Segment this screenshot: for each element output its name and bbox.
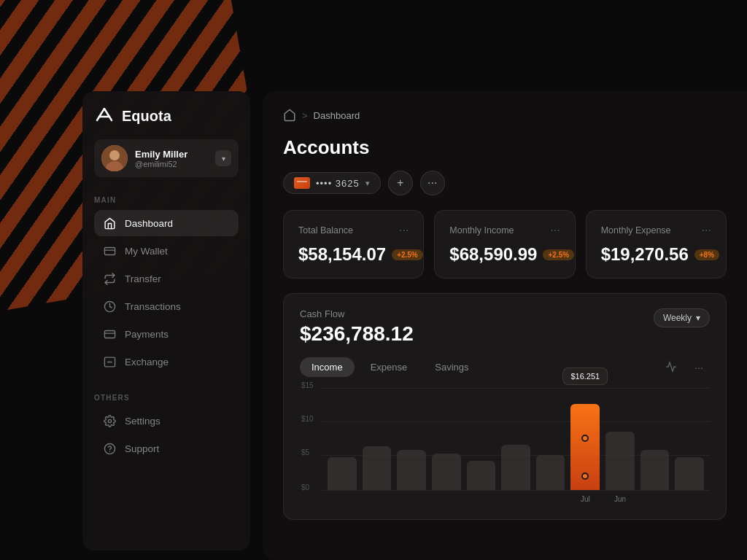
breadcrumb: > Dashboard bbox=[283, 109, 727, 122]
bar-2 bbox=[363, 446, 392, 490]
monthly-expense-badge: +8% bbox=[694, 249, 719, 260]
monthly-income-badge: +2.5% bbox=[543, 249, 574, 260]
sidebar-item-transfer-label: Transfer bbox=[125, 273, 161, 284]
tab-income[interactable]: Income bbox=[300, 357, 355, 377]
account-chevron-icon: ▾ bbox=[365, 179, 370, 188]
add-account-button[interactable]: + bbox=[388, 171, 413, 195]
sidebar-item-exchange-label: Exchange bbox=[125, 357, 169, 368]
account-pill[interactable]: •••• 3625 ▾ bbox=[283, 172, 381, 194]
svg-rect-4 bbox=[104, 247, 115, 254]
payments-icon bbox=[103, 327, 116, 341]
tab-savings[interactable]: Savings bbox=[423, 357, 480, 377]
bar-11 bbox=[675, 457, 704, 490]
transactions-icon bbox=[103, 300, 116, 313]
monthly-expense-header: Monthly Expense ··· bbox=[601, 224, 711, 237]
wallet-icon bbox=[103, 244, 116, 257]
bar-jul-label: Jul bbox=[581, 495, 590, 503]
sidebar: Equota Emily Miller @emilimi52 ▾ MAIN bbox=[82, 91, 250, 551]
sidebar-item-payments-label: Payments bbox=[125, 329, 169, 340]
total-balance-header: Total Balance ··· bbox=[298, 224, 409, 237]
exchange-icon bbox=[103, 355, 116, 368]
total-balance-title: Total Balance bbox=[298, 225, 353, 236]
breadcrumb-separator: > bbox=[302, 110, 308, 121]
sidebar-item-exchange[interactable]: Exchange bbox=[94, 349, 239, 375]
chart-actions: ··· bbox=[660, 356, 710, 378]
sidebar-item-transactions-label: Transactions bbox=[125, 301, 181, 312]
home-icon bbox=[103, 217, 116, 230]
chart-more-icon[interactable]: ··· bbox=[688, 356, 710, 378]
user-info: Emily Miller @emilimi52 bbox=[135, 149, 208, 168]
bar-6 bbox=[501, 445, 530, 490]
sidebar-item-settings[interactable]: Settings bbox=[94, 408, 239, 434]
monthly-expense-title: Monthly Expense bbox=[601, 225, 671, 236]
cashflow-tabs: Income Expense Savings ··· bbox=[300, 356, 710, 378]
user-chevron-icon[interactable]: ▾ bbox=[215, 150, 231, 166]
transfer-icon bbox=[103, 272, 116, 285]
plus-icon: + bbox=[397, 176, 403, 190]
sidebar-item-support[interactable]: Support bbox=[94, 435, 239, 462]
user-handle: @emilimi52 bbox=[135, 160, 208, 168]
stats-row: Total Balance ··· $58,154.07 +2.5% Month… bbox=[283, 210, 727, 279]
breadcrumb-current: Dashboard bbox=[314, 110, 360, 121]
account-number: •••• 3625 bbox=[316, 178, 360, 189]
tab-expense[interactable]: Expense bbox=[359, 357, 419, 377]
avatar bbox=[101, 145, 128, 171]
bar-dot-bottom bbox=[581, 472, 589, 480]
home-breadcrumb-icon bbox=[283, 109, 296, 122]
cashflow-header: Cash Flow $236,788.12 Weekly ▾ bbox=[300, 308, 710, 346]
monthly-income-card: Monthly Income ··· $68,590.99 +2.5% bbox=[434, 210, 575, 279]
user-profile[interactable]: Emily Miller @emilimi52 ▾ bbox=[94, 139, 239, 177]
others-section-label: OTHERS bbox=[94, 394, 239, 402]
sidebar-item-dashboard[interactable]: Dashboard bbox=[94, 210, 239, 236]
main-section-label: MAIN bbox=[94, 196, 239, 204]
bar-3 bbox=[397, 450, 426, 490]
sidebar-item-dashboard-label: Dashboard bbox=[125, 218, 173, 229]
bars-container: $16.251 Jul Jun bbox=[322, 388, 710, 490]
chart-type-icon[interactable] bbox=[660, 356, 682, 378]
cashflow-title: Cash Flow bbox=[300, 308, 414, 319]
cashflow-info: Cash Flow $236,788.12 bbox=[300, 308, 414, 346]
user-name: Emily Miller bbox=[135, 149, 208, 160]
monthly-income-menu[interactable]: ··· bbox=[550, 224, 560, 237]
bar-5 bbox=[467, 461, 496, 490]
svg-point-2 bbox=[109, 150, 120, 160]
chevron-down-icon: ▾ bbox=[696, 313, 700, 323]
cashflow-period-selector[interactable]: Weekly ▾ bbox=[654, 308, 710, 327]
monthly-income-header: Monthly Income ··· bbox=[449, 224, 560, 237]
more-options-button[interactable]: ··· bbox=[420, 171, 445, 195]
monthly-expense-value: $19,270.56 +8% bbox=[601, 244, 711, 265]
bar-jul: $16.251 Jul bbox=[570, 404, 600, 490]
bar-10 bbox=[640, 450, 670, 490]
accounts-title: Accounts bbox=[283, 136, 727, 159]
main-nav: Dashboard My Wallet Transfer bbox=[94, 210, 239, 375]
ellipsis-icon: ··· bbox=[427, 176, 437, 190]
total-balance-badge: +2.5% bbox=[392, 249, 423, 260]
sidebar-item-settings-label: Settings bbox=[125, 416, 160, 427]
total-balance-value: $58,154.07 +2.5% bbox=[298, 244, 409, 265]
total-balance-card: Total Balance ··· $58,154.07 +2.5% bbox=[283, 210, 424, 279]
sidebar-item-support-label: Support bbox=[125, 443, 159, 454]
cashflow-period-label: Weekly bbox=[663, 313, 692, 323]
equota-logo-icon bbox=[94, 106, 115, 126]
monthly-income-title: Monthly Income bbox=[449, 225, 514, 236]
sidebar-item-transfer[interactable]: Transfer bbox=[94, 265, 239, 292]
bar-chart: $15 $10 $5 $0 bbox=[300, 388, 710, 505]
others-nav: Settings Support bbox=[94, 408, 239, 462]
sidebar-item-wallet-label: My Wallet bbox=[125, 246, 168, 257]
main-content: > Dashboard Accounts •••• 3625 ▾ + ··· T… bbox=[263, 91, 747, 560]
cashflow-value: $236,788.12 bbox=[300, 322, 414, 346]
bar-jun: Jun bbox=[605, 432, 635, 490]
monthly-expense-menu[interactable]: ··· bbox=[702, 224, 711, 237]
cashflow-card: Cash Flow $236,788.12 Weekly ▾ Income Ex… bbox=[283, 293, 727, 520]
sidebar-item-payments[interactable]: Payments bbox=[94, 321, 239, 347]
bar-dot-top bbox=[581, 435, 589, 442]
support-icon bbox=[103, 442, 116, 455]
settings-icon bbox=[103, 414, 116, 427]
monthly-income-value: $68,590.99 +2.5% bbox=[449, 244, 560, 265]
card-icon bbox=[294, 177, 310, 189]
sidebar-item-wallet[interactable]: My Wallet bbox=[94, 238, 239, 264]
total-balance-menu[interactable]: ··· bbox=[399, 224, 409, 237]
sidebar-item-transactions[interactable]: Transactions bbox=[94, 293, 239, 319]
bar-7 bbox=[536, 455, 565, 490]
bar-jun-label: Jun bbox=[614, 495, 626, 503]
